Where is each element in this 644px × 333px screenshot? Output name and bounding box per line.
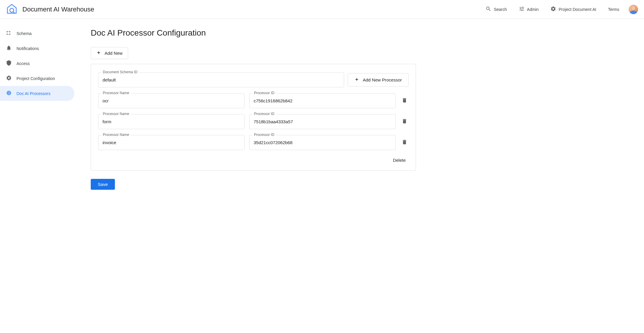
processor-row: Processor Name Processor ID (98, 93, 409, 108)
terms-action[interactable]: Terms (606, 5, 622, 14)
delete-row-button[interactable] (400, 97, 409, 104)
sidebar-item-schema[interactable]: Schema (0, 26, 74, 41)
sidebar-item-label: Project Configuration (16, 76, 55, 81)
header-right: Search Admin Project Document AI Terms (483, 4, 638, 14)
processor-name-field: Processor Name (98, 135, 245, 150)
processor-name-input[interactable] (98, 135, 245, 150)
bell-icon (6, 45, 12, 52)
processor-id-input[interactable] (249, 93, 396, 108)
processor-name-label: Processor Name (101, 112, 131, 116)
add-new-label: Add New (105, 51, 123, 56)
layout: Schema Notifications Access Project Conf… (0, 19, 644, 199)
add-processor-button[interactable]: Add New Processor (348, 73, 409, 86)
plus-icon (96, 50, 101, 56)
schema-icon (6, 30, 12, 37)
processor-name-input[interactable] (98, 114, 245, 129)
processor-row: Processor Name Processor ID (98, 135, 409, 150)
page-title: Doc AI Processor Configuration (91, 28, 416, 38)
processor-id-field: Processor ID (249, 93, 396, 108)
delete-row-button[interactable] (400, 139, 409, 146)
search-label: Search (494, 7, 507, 12)
processor-id-label: Processor ID (252, 133, 276, 137)
card-top-row: Document Schema ID Add New Processor (98, 72, 409, 87)
schema-id-field: Document Schema ID (98, 72, 344, 87)
shield-icon (6, 60, 12, 67)
sidebar-item-access[interactable]: Access (0, 56, 74, 71)
main-content: Doc AI Processor Configuration Add New D… (77, 19, 430, 199)
delete-row-button[interactable] (400, 118, 409, 125)
processor-name-field: Processor Name (98, 93, 245, 108)
sidebar-item-label: Schema (16, 31, 32, 36)
sidebar-item-project-config[interactable]: Project Configuration (0, 71, 74, 86)
processor-name-label: Processor Name (101, 133, 131, 137)
processor-id-input[interactable] (249, 114, 396, 129)
warehouse-logo-icon (6, 3, 18, 16)
trash-icon (402, 139, 407, 146)
plus-icon (354, 77, 359, 83)
add-processor-label: Add New Processor (363, 77, 402, 82)
schema-id-input[interactable] (98, 72, 344, 87)
header-left: Document AI Warehouse (6, 3, 94, 16)
processor-id-input[interactable] (249, 135, 396, 150)
trash-icon (402, 118, 407, 125)
schema-id-label: Document Schema ID (101, 70, 139, 74)
processor-row: Processor Name Processor ID (98, 114, 409, 129)
card-footer: Delete (98, 156, 409, 164)
sidebar: Schema Notifications Access Project Conf… (0, 19, 77, 199)
processor-id-field: Processor ID (249, 135, 396, 150)
processor-id-label: Processor ID (252, 91, 276, 95)
processor-name-input[interactable] (98, 93, 245, 108)
chip-icon (6, 90, 12, 97)
tune-icon (519, 6, 525, 13)
project-label: Project Document AI (559, 7, 596, 12)
sidebar-item-notifications[interactable]: Notifications (0, 41, 74, 56)
processor-card: Document Schema ID Add New Processor Pro… (91, 64, 416, 171)
terms-label: Terms (608, 7, 619, 12)
save-button[interactable]: Save (91, 179, 115, 190)
sidebar-item-label: Access (16, 61, 30, 66)
avatar[interactable] (629, 5, 638, 14)
sidebar-item-label: Notifications (16, 46, 39, 51)
svg-point-3 (7, 34, 8, 35)
processor-name-label: Processor Name (101, 91, 131, 95)
svg-point-5 (9, 34, 10, 35)
sidebar-item-processors[interactable]: Doc AI Processors (0, 86, 74, 101)
processor-id-field: Processor ID (249, 114, 396, 129)
processor-id-label: Processor ID (252, 112, 276, 116)
gear-icon (550, 6, 556, 13)
project-action[interactable]: Project Document AI (548, 4, 599, 14)
sidebar-item-label: Doc AI Processors (16, 91, 50, 96)
search-action[interactable]: Search (483, 4, 509, 14)
add-new-button[interactable]: Add New (91, 47, 128, 59)
delete-card-button[interactable]: Delete (390, 156, 409, 164)
trash-icon (402, 97, 407, 104)
gear-icon (6, 75, 12, 82)
admin-label: Admin (527, 7, 539, 12)
admin-action[interactable]: Admin (516, 4, 541, 14)
search-icon (486, 6, 491, 13)
processor-name-field: Processor Name (98, 114, 245, 129)
svg-point-4 (9, 31, 10, 32)
header: Document AI Warehouse Search Admin Proje… (0, 0, 644, 19)
app-title: Document AI Warehouse (22, 6, 94, 13)
svg-point-2 (7, 31, 8, 32)
